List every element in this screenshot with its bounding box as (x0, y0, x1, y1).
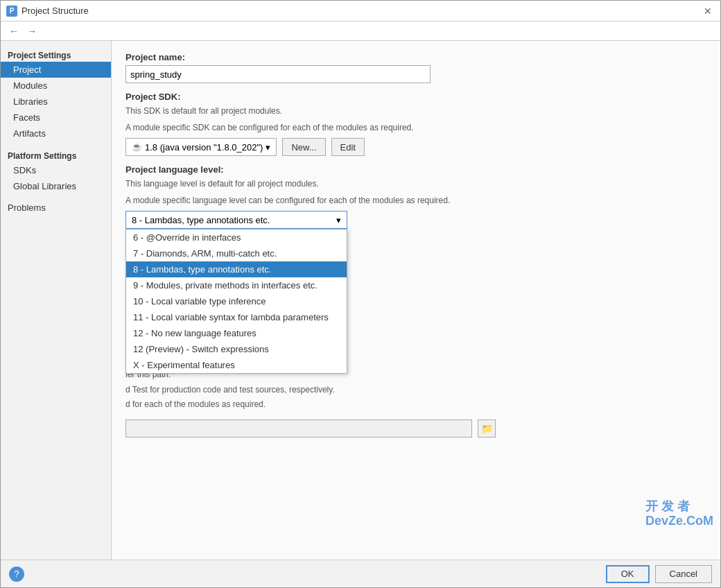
lang-option-6[interactable]: 6 - @Override in interfaces (126, 230, 347, 245)
lang-option-11[interactable]: 11 - Local variable syntax for lambda pa… (126, 309, 347, 325)
lang-dropdown-container: 8 - Lambdas, type annotations etc. ▾ 6 -… (125, 211, 347, 229)
watermark-line2: DevZe.CoM (645, 514, 713, 529)
sdk-select[interactable]: ☕ 1.8 (java version "1.8.0_202") ▾ (125, 138, 277, 156)
sidebar: Project Settings Project Modules Librari… (1, 41, 112, 560)
window-title: Project Structure (21, 6, 89, 16)
info-line2: d Test for production code and test sour… (125, 383, 706, 398)
help-button[interactable]: ? (9, 567, 24, 582)
sidebar-item-artifacts[interactable]: Artifacts (1, 126, 111, 141)
title-bar-left: P Project Structure (6, 6, 89, 17)
lang-option-12[interactable]: 12 - No new language features (126, 325, 347, 341)
sidebar-separator (1, 141, 111, 147)
lang-dropdown-menu: 6 - @Override in interfaces 7 - Diamonds… (125, 229, 347, 374)
sdk-selected-value: 1.8 (java version "1.8.0_202") (145, 142, 263, 153)
lang-section: Project language level: This language le… (125, 164, 706, 229)
compiler-output-row: 📁 (125, 420, 706, 438)
lang-option-10[interactable]: 10 - Local variable type inference (126, 293, 347, 309)
lang-dropdown-arrow: ▾ (336, 215, 341, 225)
back-button[interactable]: ← (6, 24, 21, 39)
lang-desc1: This language level is default for all p… (125, 178, 706, 190)
lang-option-12p[interactable]: 12 (Preview) - Switch expressions (126, 341, 347, 357)
watermark-line1: 开 发 者 (645, 499, 713, 514)
lang-desc2: A module specific language level can be … (125, 194, 706, 207)
content-area: Project name: Project SDK: This SDK is d… (112, 41, 720, 560)
lang-label: Project language level: (125, 164, 706, 175)
lang-selected-value: 8 - Lambdas, type annotations etc. (132, 215, 270, 225)
sdk-section: Project SDK: This SDK is default for all… (125, 92, 706, 156)
sidebar-item-sdks[interactable]: SDKs (1, 162, 111, 178)
sidebar-item-modules[interactable]: Modules (1, 78, 111, 94)
sdk-icon: ☕ (132, 142, 142, 152)
lang-dropdown[interactable]: 8 - Lambdas, type annotations etc. ▾ (125, 211, 347, 229)
ok-button[interactable]: OK (606, 565, 650, 583)
close-button[interactable]: ✕ (701, 4, 715, 18)
sdk-new-button[interactable]: New... (282, 138, 325, 156)
info-line3: d for each of the modules as required. (125, 397, 706, 413)
lang-option-9[interactable]: 9 - Modules, private methods in interfac… (126, 277, 347, 293)
sdk-desc2: A module specific SDK can be configured … (125, 121, 706, 134)
app-icon: P (6, 6, 17, 17)
compiler-info: ler this path. d Test for production cod… (125, 368, 706, 413)
title-bar: P Project Structure ✕ (1, 1, 720, 21)
sidebar-item-problems[interactable]: Problems (1, 200, 111, 216)
sdk-dropdown-arrow: ▾ (266, 142, 270, 153)
project-name-label: Project name: (125, 52, 706, 62)
lang-option-x[interactable]: X - Experimental features (126, 357, 347, 373)
sdk-label: Project SDK: (125, 92, 706, 102)
lang-option-7[interactable]: 7 - Diamonds, ARM, multi-catch etc. (126, 245, 347, 261)
bottom-right: OK Cancel (606, 565, 712, 583)
sdk-desc1: This SDK is default for all project modu… (125, 105, 706, 117)
sdk-edit-button[interactable]: Edit (331, 138, 365, 156)
compiler-output-input[interactable] (125, 420, 472, 438)
forward-button[interactable]: → (24, 24, 40, 39)
lang-option-8[interactable]: 8 - Lambdas, type annotations etc. (126, 261, 347, 277)
sidebar-item-libraries[interactable]: Libraries (1, 94, 111, 110)
sidebar-item-project[interactable]: Project (1, 62, 111, 78)
sdk-row: ☕ 1.8 (java version "1.8.0_202") ▾ New..… (125, 138, 706, 156)
watermark: 开 发 者 DevZe.CoM (645, 499, 713, 529)
platform-settings-section: Platform Settings (1, 147, 111, 162)
cancel-button[interactable]: Cancel (655, 565, 712, 583)
sidebar-item-global-libraries[interactable]: Global Libraries (1, 178, 111, 194)
nav-bar: ← → (1, 21, 720, 41)
main-content: Project Settings Project Modules Librari… (1, 41, 720, 560)
project-structure-window: P Project Structure ✕ ← → Project Settin… (0, 0, 721, 588)
project-settings-section: Project Settings (1, 46, 111, 62)
bottom-bar: ? OK Cancel (1, 560, 720, 587)
sidebar-item-facets[interactable]: Facets (1, 110, 111, 126)
folder-button[interactable]: 📁 (478, 420, 496, 438)
project-name-input[interactable] (125, 65, 431, 83)
